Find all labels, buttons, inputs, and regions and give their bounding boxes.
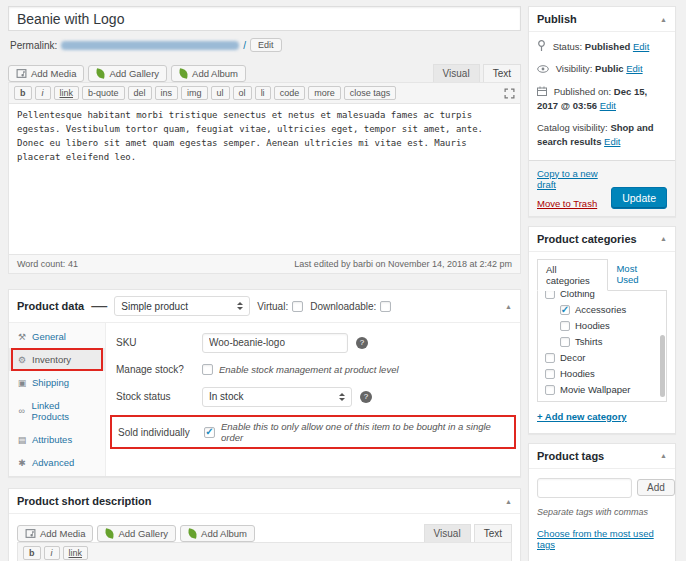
quicktag-ol-button[interactable]: ol bbox=[233, 86, 252, 100]
permalink-edit-button[interactable]: Edit bbox=[250, 38, 282, 52]
downloadable-label: Downloadable: bbox=[310, 301, 376, 312]
add-media-button[interactable]: Add Media bbox=[8, 65, 84, 82]
publish-panel: Publish Status: Published Edit Visibilit… bbox=[528, 6, 676, 217]
product-type-select[interactable]: Simple product bbox=[114, 296, 250, 316]
quicktag-img-button[interactable]: img bbox=[181, 86, 208, 100]
sku-row: SKU bbox=[110, 329, 516, 356]
quicktag-code-button[interactable]: code bbox=[274, 86, 306, 100]
collapse-toggle-icon[interactable] bbox=[660, 235, 667, 242]
quicktag-more-button[interactable]: more bbox=[308, 86, 341, 100]
wrench-icon: ⚒ bbox=[17, 332, 27, 342]
quicktag-bquote-button[interactable]: b-quote bbox=[82, 86, 125, 100]
category-checklist[interactable]: Clothing Accessories Hoodies Tshirts Dec… bbox=[537, 290, 667, 402]
catalog-visibility-row: Catalog visibility: Shop and search resu… bbox=[537, 121, 667, 150]
add-album-button[interactable]: Add Album bbox=[180, 525, 255, 542]
add-gallery-button[interactable]: Add Gallery bbox=[97, 525, 176, 542]
tab-all-categories[interactable]: All categories bbox=[537, 259, 608, 291]
permalink-url-blurred[interactable] bbox=[61, 41, 239, 50]
add-media-button[interactable]: Add Media bbox=[17, 525, 93, 542]
add-album-button[interactable]: Add Album bbox=[171, 65, 246, 82]
quicktag-bold-button[interactable]: b bbox=[23, 546, 41, 560]
category-item: Clothing bbox=[545, 290, 666, 302]
edit-status-link[interactable]: Edit bbox=[633, 41, 649, 52]
copy-to-new-draft-link[interactable]: Copy to a new draft bbox=[537, 168, 611, 190]
fullscreen-expand-icon[interactable] bbox=[504, 88, 515, 99]
help-tip-icon[interactable] bbox=[356, 337, 368, 349]
collapse-toggle-icon[interactable] bbox=[505, 303, 512, 310]
quicktag-ul-button[interactable]: ul bbox=[211, 86, 230, 100]
post-content-textarea[interactable]: Pellentesque habitant morbi tristique se… bbox=[9, 104, 520, 254]
quicktag-bold-button[interactable]: b bbox=[14, 86, 32, 100]
category-checkbox[interactable] bbox=[545, 369, 555, 379]
tab-inventory[interactable]: ⚙ Inventory bbox=[9, 348, 105, 371]
truck-icon: ▣ bbox=[17, 378, 27, 388]
add-album-label: Add Album bbox=[192, 68, 238, 79]
product-title-input[interactable] bbox=[8, 6, 521, 31]
category-checkbox[interactable] bbox=[545, 353, 555, 363]
product-type-value: Simple product bbox=[121, 301, 188, 312]
tab-shipping[interactable]: ▣ Shipping bbox=[9, 371, 105, 394]
new-tag-input[interactable] bbox=[537, 478, 632, 498]
visibility-value: Public bbox=[595, 63, 624, 74]
move-to-trash-link[interactable]: Move to Trash bbox=[537, 198, 611, 209]
add-gallery-label: Add Gallery bbox=[109, 68, 159, 79]
tab-text[interactable]: Text bbox=[474, 524, 512, 542]
category-checkbox[interactable] bbox=[560, 305, 570, 315]
tab-linked-products[interactable]: ∞ Linked Products bbox=[9, 394, 105, 428]
sold-individually-checkbox[interactable] bbox=[204, 427, 215, 438]
add-gallery-button[interactable]: Add Gallery bbox=[88, 65, 167, 82]
collapse-toggle-icon[interactable] bbox=[660, 452, 667, 459]
choose-most-used-tags-link[interactable]: Choose from the most used tags bbox=[537, 528, 667, 550]
add-tag-button[interactable]: Add bbox=[637, 479, 675, 496]
category-checkbox[interactable] bbox=[545, 290, 555, 299]
short-description-panel: Product short description Add Media Add … bbox=[8, 488, 521, 561]
quicktag-ins-button[interactable]: ins bbox=[155, 86, 179, 100]
collapse-toggle-icon[interactable] bbox=[505, 498, 512, 505]
main-editor: b i link b-quote del ins img ul ol li co… bbox=[8, 82, 521, 274]
stock-status-select[interactable]: In stock bbox=[202, 387, 352, 407]
virtual-checkbox[interactable] bbox=[292, 301, 303, 312]
tab-attributes[interactable]: ▤ Attributes bbox=[9, 428, 105, 451]
tab-text[interactable]: Text bbox=[483, 64, 521, 82]
tab-most-used[interactable]: Most Used bbox=[608, 259, 667, 290]
sold-individually-row-highlighted: Sold individually Enable this to only al… bbox=[110, 415, 516, 449]
quicktag-closetags-button[interactable]: close tags bbox=[344, 86, 397, 100]
manage-stock-checkbox[interactable] bbox=[202, 364, 213, 375]
quicktag-italic-button[interactable]: i bbox=[35, 86, 51, 100]
quicktag-del-button[interactable]: del bbox=[128, 86, 152, 100]
collapse-toggle-icon[interactable] bbox=[660, 16, 667, 23]
tab-visual[interactable]: Visual bbox=[433, 64, 480, 82]
scrollbar-thumb[interactable] bbox=[660, 335, 665, 398]
select-arrows-icon bbox=[231, 302, 243, 310]
category-checkbox[interactable] bbox=[545, 385, 555, 395]
tab-advanced[interactable]: ✱ Advanced bbox=[9, 451, 105, 474]
sku-input[interactable] bbox=[202, 333, 348, 353]
album-leaf-icon bbox=[178, 68, 189, 79]
permalink: Permalink: / Edit bbox=[10, 38, 521, 52]
quicktag-italic-button[interactable]: i bbox=[44, 546, 60, 560]
sold-individually-desc: Enable this to only allow one of this it… bbox=[221, 421, 508, 443]
quicktag-link-button[interactable]: link bbox=[63, 546, 89, 560]
add-media-label: Add Media bbox=[31, 68, 76, 79]
update-button[interactable]: Update bbox=[611, 187, 667, 209]
edit-catalog-visibility-link[interactable]: Edit bbox=[604, 136, 620, 147]
calendar-icon bbox=[537, 86, 547, 96]
category-item: Accessories bbox=[560, 302, 666, 318]
product-categories-title: Product categories bbox=[537, 233, 637, 245]
status-value: Published bbox=[585, 41, 630, 52]
category-item: Movie Wallpaper bbox=[545, 382, 666, 398]
stock-status-row: Stock status In stock bbox=[110, 383, 516, 410]
edit-visibility-link[interactable]: Edit bbox=[626, 63, 642, 74]
downloadable-checkbox[interactable] bbox=[380, 301, 391, 312]
category-checkbox[interactable] bbox=[545, 401, 555, 402]
category-checkbox[interactable] bbox=[560, 337, 570, 347]
add-new-category-link[interactable]: + Add new category bbox=[537, 411, 627, 422]
product-categories-panel: Product categories All categories Most U… bbox=[528, 226, 676, 434]
quicktag-li-button[interactable]: li bbox=[255, 86, 271, 100]
category-checkbox[interactable] bbox=[560, 321, 570, 331]
tab-general[interactable]: ⚒ General bbox=[9, 325, 105, 348]
edit-schedule-link[interactable]: Edit bbox=[600, 100, 616, 111]
quicktag-link-button[interactable]: link bbox=[54, 86, 80, 100]
help-tip-icon[interactable] bbox=[360, 391, 372, 403]
tab-visual[interactable]: Visual bbox=[424, 524, 471, 542]
